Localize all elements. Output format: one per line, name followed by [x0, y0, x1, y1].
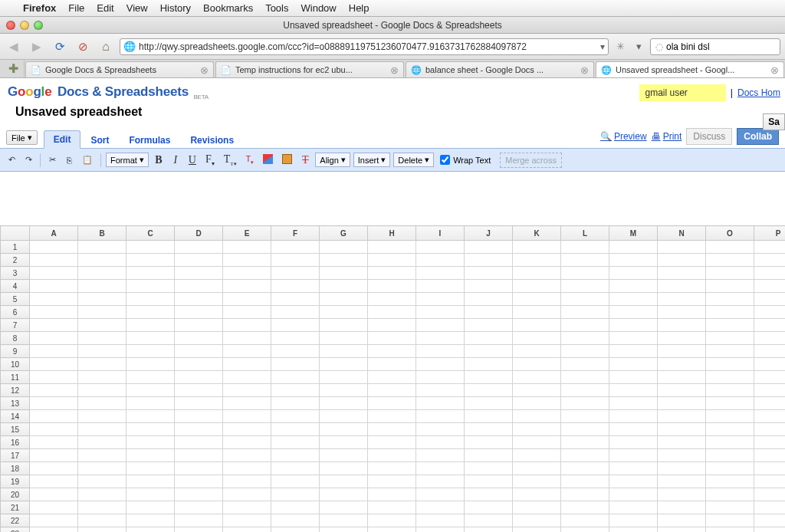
minimize-icon[interactable] — [20, 21, 29, 30]
cell[interactable] — [706, 241, 754, 254]
cell[interactable] — [223, 449, 271, 462]
cell[interactable] — [513, 384, 561, 397]
cell[interactable] — [78, 371, 126, 384]
cell[interactable] — [126, 254, 175, 267]
column-header[interactable]: O — [706, 226, 754, 241]
cell[interactable] — [175, 254, 223, 267]
cell[interactable] — [175, 358, 223, 371]
cell[interactable] — [30, 280, 78, 293]
cell[interactable] — [78, 423, 126, 436]
cell[interactable] — [223, 306, 271, 319]
cell[interactable] — [706, 384, 754, 397]
cell[interactable] — [513, 280, 561, 293]
cell[interactable] — [271, 306, 320, 319]
tab-close-icon[interactable]: ⊗ — [390, 64, 399, 76]
cell[interactable] — [320, 345, 368, 358]
cell[interactable] — [609, 293, 658, 306]
cell[interactable] — [416, 475, 465, 488]
cell[interactable] — [126, 397, 175, 410]
cell[interactable] — [706, 501, 754, 514]
cell[interactable] — [658, 319, 706, 332]
cell[interactable] — [223, 267, 271, 280]
row-header[interactable]: 17 — [1, 449, 30, 462]
cell[interactable] — [416, 397, 465, 410]
cell[interactable] — [30, 358, 78, 371]
cell[interactable] — [416, 410, 465, 423]
cell[interactable] — [754, 345, 786, 358]
cell[interactable] — [706, 332, 754, 345]
bold-button[interactable]: B — [152, 153, 166, 168]
cell[interactable] — [126, 293, 175, 306]
cell[interactable] — [706, 254, 754, 267]
cell[interactable] — [658, 410, 706, 423]
cell[interactable] — [30, 410, 78, 423]
cell[interactable] — [706, 488, 754, 501]
cell[interactable] — [30, 345, 78, 358]
cell[interactable] — [271, 254, 320, 267]
cell[interactable] — [658, 267, 706, 280]
cell[interactable] — [320, 423, 368, 436]
cell[interactable] — [78, 345, 126, 358]
cell[interactable] — [368, 267, 416, 280]
cell[interactable] — [465, 345, 513, 358]
cell[interactable] — [658, 462, 706, 475]
cell[interactable] — [658, 527, 706, 533]
cell[interactable] — [706, 423, 754, 436]
cell[interactable] — [658, 332, 706, 345]
cell[interactable] — [223, 397, 271, 410]
insert-select[interactable]: Insert▾ — [353, 153, 391, 167]
cell[interactable] — [320, 436, 368, 449]
search-input[interactable] — [666, 41, 775, 52]
cell[interactable] — [78, 397, 126, 410]
cell[interactable] — [561, 488, 609, 501]
cell[interactable] — [658, 501, 706, 514]
cell[interactable] — [30, 514, 78, 527]
row-header[interactable]: 19 — [1, 475, 30, 488]
column-header[interactable]: A — [30, 226, 78, 241]
row-header[interactable]: 21 — [1, 501, 30, 514]
cell[interactable] — [271, 436, 320, 449]
cell[interactable] — [706, 436, 754, 449]
cell[interactable] — [175, 488, 223, 501]
cell[interactable] — [320, 527, 368, 533]
cell[interactable] — [658, 397, 706, 410]
tab-sort[interactable]: Sort — [80, 131, 119, 149]
cell[interactable] — [271, 462, 320, 475]
cell[interactable] — [754, 332, 786, 345]
cell[interactable] — [416, 332, 465, 345]
cell[interactable] — [78, 514, 126, 527]
cell[interactable] — [513, 423, 561, 436]
cell[interactable] — [465, 527, 513, 533]
cell[interactable] — [271, 384, 320, 397]
cell[interactable] — [609, 475, 658, 488]
align-select[interactable]: Align▾ — [315, 153, 350, 167]
cell[interactable] — [368, 462, 416, 475]
cell[interactable] — [706, 371, 754, 384]
cell[interactable] — [561, 254, 609, 267]
cell[interactable] — [754, 449, 786, 462]
cell[interactable] — [271, 475, 320, 488]
menu-edit[interactable]: Edit — [97, 2, 113, 14]
text-color-button[interactable]: T▾ — [243, 153, 258, 167]
cell[interactable] — [126, 371, 175, 384]
cell[interactable] — [513, 449, 561, 462]
cell[interactable] — [320, 280, 368, 293]
cell[interactable] — [416, 371, 465, 384]
cell[interactable] — [126, 345, 175, 358]
cell[interactable] — [416, 527, 465, 533]
cell[interactable] — [658, 254, 706, 267]
cell[interactable] — [223, 358, 271, 371]
cell[interactable] — [320, 267, 368, 280]
cell[interactable] — [126, 501, 175, 514]
cell[interactable] — [271, 397, 320, 410]
column-header[interactable]: I — [416, 226, 465, 241]
cell[interactable] — [271, 514, 320, 527]
close-icon[interactable] — [6, 21, 15, 30]
cell[interactable] — [223, 254, 271, 267]
cell[interactable] — [465, 319, 513, 332]
menu-history[interactable]: History — [160, 2, 191, 14]
row-header[interactable]: 6 — [1, 306, 30, 319]
cell[interactable] — [658, 423, 706, 436]
cell[interactable] — [368, 293, 416, 306]
cell[interactable] — [271, 527, 320, 533]
